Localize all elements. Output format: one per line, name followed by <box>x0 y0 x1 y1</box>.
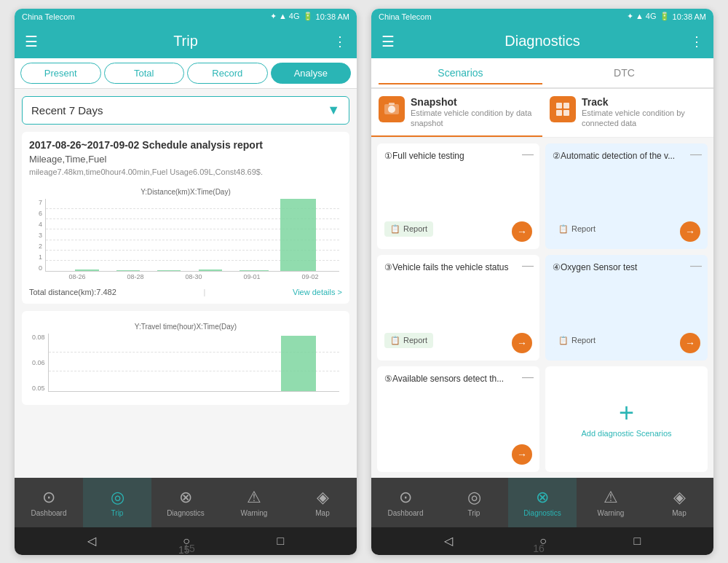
nav-map-label-2: Map <box>672 509 686 517</box>
add-scenario-card[interactable]: + Add diagnostic Scenarios <box>545 366 708 472</box>
share-icon-1[interactable]: ⋮ <box>333 34 347 50</box>
bottom-nav-2: ⊙ Dashboard ◎ Trip ⊗ Diagnostics ⚠ Warni… <box>371 478 713 527</box>
tab-present[interactable]: Present <box>20 63 101 84</box>
scenario-card-5: — ⑤Available sensors detect th... → <box>377 366 539 472</box>
nav-trip-1[interactable]: ◎ Trip <box>83 478 151 527</box>
scenario-card-2: — ②Automatic detection of the v... 📋 Rep… <box>545 143 708 249</box>
carrier-1: China Telecom <box>22 12 75 21</box>
view-details-link[interactable]: View details > <box>293 288 342 296</box>
svg-point-1 <box>388 106 395 113</box>
app-title-1: Trip <box>173 33 198 50</box>
svg-rect-3 <box>556 103 562 109</box>
nav-dashboard-label-1: Dashboard <box>31 509 67 517</box>
days-dropdown[interactable]: Recent 7 Days ▼ <box>22 96 349 125</box>
home-btn-2[interactable]: ○ <box>539 535 547 548</box>
nav-map-2[interactable]: ◈ Map <box>645 478 713 527</box>
report-icon-3: 📋 <box>390 336 400 345</box>
content-1: Recent 7 Days ▼ 2017-08-26~2017-09-02 Sc… <box>15 89 357 478</box>
arrow-btn-4[interactable]: → <box>680 333 700 353</box>
card1-title: ①Full vehicle testing <box>384 151 532 162</box>
remove-card-4[interactable]: — <box>690 259 702 272</box>
arrow-btn-5[interactable]: → <box>512 444 532 465</box>
menu-icon-1[interactable]: ☰ <box>25 33 38 50</box>
trip-icon-2: ◎ <box>467 488 481 507</box>
chart1-x-labels: 08-26 08-28 08-30 09-01 09-02 <box>32 273 339 280</box>
report-icon-4: 📋 <box>558 336 569 345</box>
chart2-area: 0.05 0.06 0.08 <box>32 334 339 392</box>
back-btn-1[interactable]: ◁ <box>87 534 96 548</box>
share-icon-2[interactable]: ⋮ <box>690 34 703 50</box>
nav-trip-2[interactable]: ◎ Trip <box>440 478 508 527</box>
remove-card-5[interactable]: — <box>522 371 534 384</box>
tab-total[interactable]: Total <box>104 63 185 84</box>
report-btn-1[interactable]: 📋 Report <box>384 221 433 237</box>
nav-map-label-1: Map <box>315 509 329 517</box>
track-text: Track Estimate vehicle condition by conn… <box>582 96 706 129</box>
scenario-card-4: — ④Oxygen Sensor test 📋 Report → <box>545 255 708 361</box>
nav-diagnostics-2[interactable]: ⊗ Diagnostics <box>508 478 577 527</box>
chart2-label: Y:Travel time(hour)X:Time(Day) <box>32 323 339 331</box>
nav-dashboard-2[interactable]: ⊙ Dashboard <box>371 478 440 527</box>
trip-icon: ◎ <box>111 488 124 507</box>
card3-title: ③Vehicle fails the vehicle status <box>384 262 532 274</box>
back-btn-2[interactable]: ◁ <box>444 534 453 548</box>
nav-diagnostics-1[interactable]: ⊗ Diagnostics <box>151 478 220 527</box>
svg-rect-4 <box>563 103 569 109</box>
diagnostics-icon-2: ⊗ <box>536 488 549 507</box>
dashboard-icon: ⊙ <box>42 488 55 507</box>
svg-rect-2 <box>389 103 395 105</box>
bottom-nav-1: ⊙ Dashboard ◎ Trip ⊗ Diagnostics ⚠ Warni… <box>15 478 357 527</box>
report-btn-2[interactable]: 📋 Report <box>553 221 601 237</box>
chart1-y-axis: 0 1 2 3 4 6 7 <box>32 199 45 272</box>
total-distance: Total distance(km):7.482 <box>29 288 116 296</box>
add-scenario-label: Add diagnostic Scenarios <box>581 429 671 438</box>
arrow-btn-2[interactable]: → <box>680 221 700 242</box>
snapshot-icon-box <box>379 96 405 122</box>
arrow-btn-1[interactable]: → <box>512 221 532 242</box>
diag-mode-header: Snapshot Estimate vehicle condition by d… <box>371 89 713 138</box>
nav-warning-2[interactable]: ⚠ Warning <box>577 478 645 527</box>
nav-map-1[interactable]: ◈ Map <box>288 478 357 527</box>
report-section: 2017-08-26~2017-09-02 Schedule analysis … <box>22 132 349 304</box>
tab-dtc[interactable]: DTC <box>542 63 706 83</box>
arrow-btn-3[interactable]: → <box>512 333 532 353</box>
tab-record[interactable]: Record <box>187 63 268 84</box>
phone1: China Telecom ✦ ▲ 4G 🔋 10:38 AM ☰ Trip ⋮… <box>15 9 357 555</box>
phone2: China Telecom ✦ ▲ 4G 🔋 10:38 AM ☰ Diagno… <box>371 9 713 555</box>
chart1-plot <box>45 199 339 272</box>
battery-icon: 🔋 <box>303 12 313 21</box>
remove-card-2[interactable]: — <box>690 148 702 161</box>
tab-scenarios[interactable]: Scenarios <box>379 63 542 84</box>
remove-card-3[interactable]: — <box>522 259 534 272</box>
snapshot-mode[interactable]: Snapshot Estimate vehicle condition by d… <box>371 89 542 138</box>
scenario-card-1: — ①Full vehicle testing 📋 Report → <box>377 143 539 249</box>
battery-icon-2: 🔋 <box>660 12 670 21</box>
chart1-area: 0 1 2 3 4 6 7 <box>32 199 339 272</box>
nav-dashboard-1[interactable]: ⊙ Dashboard <box>15 478 83 527</box>
card5-title: ⑤Available sensors detect th... <box>384 374 532 385</box>
chart1-label: Y:Distance(km)X:Time(Day) <box>32 188 339 196</box>
recents-btn-1[interactable]: □ <box>277 535 285 548</box>
report-btn-4[interactable]: 📋 Report <box>553 333 601 348</box>
track-mode[interactable]: Track Estimate vehicle condition by conn… <box>542 89 713 138</box>
remove-card-1[interactable]: — <box>522 148 534 161</box>
app-header-2: ☰ Diagnostics ⋮ <box>371 25 713 58</box>
svg-rect-6 <box>563 110 569 116</box>
nav-dashboard-label-2: Dashboard <box>388 509 424 517</box>
carrier-2: China Telecom <box>379 12 432 21</box>
track-grid-icon <box>555 101 571 117</box>
signal-icon: ✦ ▲ 4G <box>270 12 300 21</box>
chart2-y-axis: 0.05 0.06 0.08 <box>32 334 48 392</box>
chart1-footer: Total distance(km):7.482 | View details … <box>29 288 342 296</box>
sys-nav-2: ◁ ○ □ <box>371 527 713 555</box>
menu-icon-2[interactable]: ☰ <box>381 33 395 50</box>
scenario-grid: — ①Full vehicle testing 📋 Report → — ②Au… <box>371 138 713 477</box>
report-btn-3[interactable]: 📋 Report <box>384 333 433 348</box>
tab-analyse[interactable]: Analyse <box>271 63 352 84</box>
nav-warning-1[interactable]: ⚠ Warning <box>220 478 288 527</box>
time-2: 10:38 AM <box>673 12 706 21</box>
distance-chart: Y:Distance(km)X:Time(Day) 0 1 2 3 4 6 7 <box>29 184 342 283</box>
nav-diagnostics-label-1: Diagnostics <box>167 509 205 517</box>
track-icon-box <box>550 96 576 122</box>
recents-btn-2[interactable]: □ <box>634 535 641 548</box>
